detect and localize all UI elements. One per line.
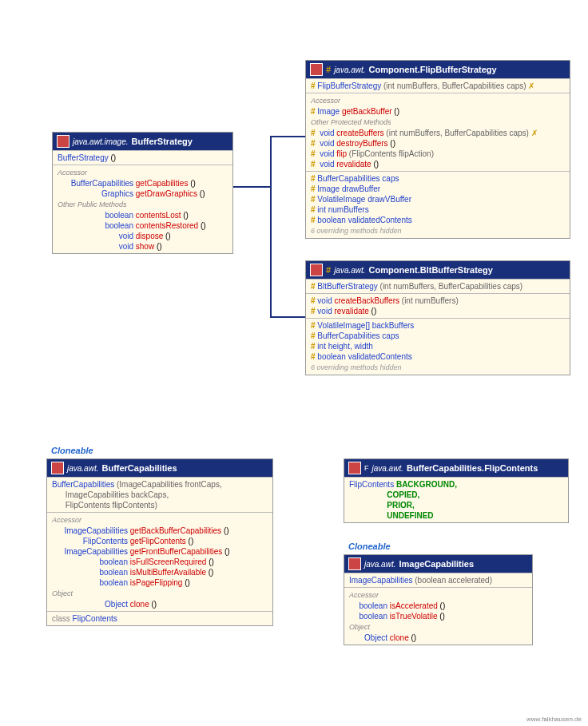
credit-link[interactable]: www.falkhausen.de (526, 716, 582, 723)
constructor: FlipBufferStrategy (317, 81, 381, 90)
class-icon (51, 462, 64, 474)
constant: COPIED, (387, 490, 419, 499)
method: destroyBuffers (336, 139, 387, 148)
section-accessor: Accessor (344, 589, 532, 601)
class-buffercapabilities: java.awt.BufferCapabilities BufferCapabi… (46, 458, 273, 626)
class-title: # java.awt.Component.FlipBufferStrategy (306, 61, 570, 78)
class-bufferstrategy: java.awt.image.BufferStrategy BufferStra… (52, 132, 233, 254)
class-title: java.awt.ImageCapabilities (344, 555, 532, 573)
constructor: BltBufferStrategy (317, 282, 377, 291)
connector (232, 186, 272, 188)
class-flipbufferstrategy: # java.awt.Component.FlipBufferStrategy … (305, 60, 570, 239)
stereotype-cloneable: Cloneable (348, 542, 391, 551)
method: revalidate (334, 307, 368, 315)
class-icon (348, 557, 361, 570)
method: isAccelerated (390, 601, 438, 610)
stereotype-cloneable: Cloneable (51, 446, 93, 455)
hidden-note: 6 overriding methods hidden (306, 362, 570, 373)
class-title: F java.awt.BufferCapabilities.FlipConten… (344, 459, 568, 477)
class-icon (348, 462, 361, 474)
class-bltbufferstrategy: # java.awt.Component.BltBufferStrategy #… (305, 260, 570, 375)
section-other: Other Protected Methods (306, 117, 570, 128)
method: flip (336, 149, 347, 158)
method: clone (390, 633, 409, 642)
field: BufferCapabilities caps (317, 331, 399, 340)
method: getDrawGraphics (136, 189, 197, 198)
connector (270, 136, 272, 318)
method: createBuffers (336, 129, 383, 137)
class-title: java.awt.image.BufferStrategy (53, 133, 232, 150)
section-accessor: Accessor (306, 95, 570, 106)
section-accessor: Accessor (53, 167, 232, 178)
section-object: Object (344, 621, 532, 633)
constant: BACKGROUND, (396, 480, 457, 489)
method: revalidate (336, 160, 371, 169)
class-flipcontents: F java.awt.BufferCapabilities.FlipConten… (344, 458, 569, 523)
method: contentsLost (136, 211, 181, 220)
method: isMultiBufferAvailable (130, 568, 206, 577)
method: dispose (136, 232, 163, 240)
field: boolean validatedContents (317, 216, 411, 224)
hidden-note: 6 overriding methods hidden (306, 225, 570, 236)
method: getBackBufferCapabilities (130, 526, 221, 535)
method: createBackBuffers (334, 296, 399, 305)
field: boolean validatedContents (317, 352, 411, 361)
method: isPageFlipping (130, 578, 183, 587)
method: clone (130, 600, 149, 609)
class-icon (57, 135, 70, 148)
field: VolatileImage[] backBuffers (317, 321, 414, 330)
method: getCapabilities (136, 179, 189, 188)
field: int numBuffers (317, 205, 368, 214)
method: show (136, 242, 154, 251)
method: getBackBuffer (342, 107, 392, 116)
method: getFlipContents (130, 537, 186, 545)
field: int height, width (317, 342, 373, 351)
field: Image drawBuffer (317, 184, 380, 193)
method: isFullScreenRequired (130, 557, 207, 566)
constructor: ImageCapabilities (349, 576, 413, 585)
constant: UNDEFINED (387, 511, 433, 520)
field: VolatileImage drawVBuffer (317, 195, 411, 204)
class-icon (310, 63, 323, 76)
section-accessor: Accessor (47, 514, 272, 526)
field: BufferCapabilities caps (317, 174, 399, 183)
method: isTrueVolatile (390, 612, 438, 621)
section-object: Object (47, 588, 272, 599)
class-title: # java.awt.Component.BltBufferStrategy (306, 261, 570, 279)
constant: PRIOR, (387, 501, 414, 510)
constructor: BufferStrategy (58, 153, 109, 162)
section-other: Other Public Methods (53, 199, 232, 210)
constructor: BufferCapabilities (52, 480, 114, 489)
connector (270, 136, 305, 137)
method: getFrontBufferCapabilities (130, 547, 222, 556)
connector (270, 316, 305, 318)
class-icon (310, 264, 323, 276)
class-title: java.awt.BufferCapabilities (47, 459, 272, 477)
method: contentsRestored (136, 221, 198, 230)
class-imagecapabilities: java.awt.ImageCapabilities ImageCapabili… (344, 554, 533, 645)
